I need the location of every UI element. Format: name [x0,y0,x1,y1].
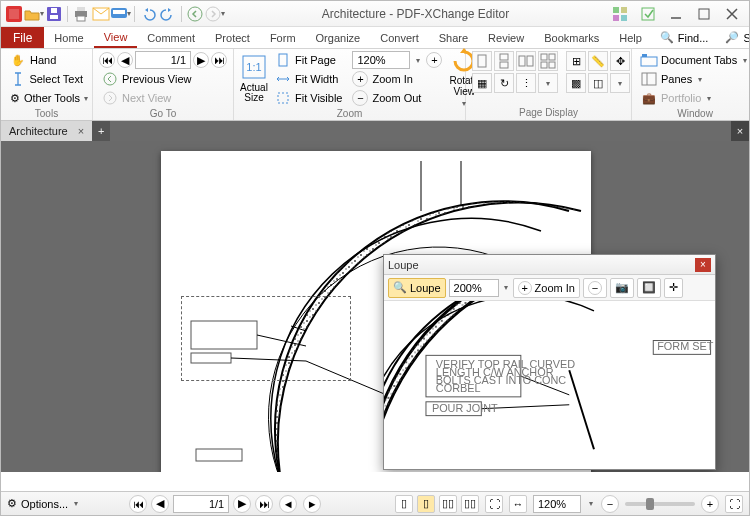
search-button[interactable]: 🔎Search... [717,27,750,49]
email-icon[interactable] [92,5,110,23]
scan-icon[interactable]: ▾ [112,5,130,23]
snap-icon[interactable]: ✥ [610,51,630,71]
close-all-tabs-button[interactable]: × [731,121,749,141]
nav-fwd-icon[interactable]: ▾ [206,5,224,23]
page-input[interactable] [135,51,191,69]
grid-icon[interactable]: ▩ [566,73,586,93]
status-zoom-input[interactable] [533,495,581,513]
status-nav-fwd[interactable]: ► [303,495,321,513]
sb-layout-3[interactable]: ▯▯ [439,495,457,513]
loupe-region-button[interactable]: 🔲 [637,278,661,298]
thumbnails-icon[interactable]: ▦ [472,73,492,93]
document-canvas[interactable]: Loupe × 🔍Loupe ▾ +Zoom In − 📷 🔲 ✛ [1,141,749,472]
loupe-zoom-in-button[interactable]: +Zoom In [513,278,580,298]
loupe-tool-button[interactable]: 🔍Loupe [388,278,446,298]
tab-view[interactable]: View [94,27,138,48]
loupe-window[interactable]: Loupe × 🔍Loupe ▾ +Zoom In − 📷 🔲 ✛ [383,254,716,470]
tab-protect[interactable]: Protect [205,27,260,48]
loupe-selection-rect[interactable] [181,296,351,381]
loupe-zoom-dd[interactable]: ▾ [502,283,510,292]
transparency-icon[interactable]: ◫ [588,73,608,93]
open-icon[interactable]: ▾ [25,5,43,23]
zoom-slider[interactable] [625,502,695,506]
zoom-plus-icon[interactable]: + [426,52,442,68]
hand-tool[interactable]: ✋Hand [7,51,86,69]
portfolio-button[interactable]: 💼Portfolio▾ [638,89,750,107]
find-button[interactable]: 🔍Find... [652,27,716,49]
close-icon[interactable] [719,4,745,24]
status-zoom-in[interactable]: + [701,495,719,513]
document-tab[interactable]: Architecture× [1,121,92,141]
status-zoom-out[interactable]: − [601,495,619,513]
layout-cont-facing-icon[interactable] [538,51,558,71]
add-tab-button[interactable]: + [92,121,110,141]
nav-back-icon[interactable] [186,5,204,23]
tab-organize[interactable]: Organize [306,27,371,48]
document-tabs-button[interactable]: Document Tabs▾ [638,51,750,69]
tab-form[interactable]: Form [260,27,306,48]
page-dd-icon[interactable]: ▾ [538,73,558,93]
zoom-combo[interactable]: ▾+ [349,51,445,69]
zoom-out-button[interactable]: −Zoom Out [349,89,445,107]
sb-fit-width[interactable]: ↔ [509,495,527,513]
next-page-button[interactable]: ▶ [193,52,209,68]
status-next-page[interactable]: ▶ [233,495,251,513]
file-tab[interactable]: File [1,27,44,48]
redo-icon[interactable] [159,5,177,23]
prev-view-button[interactable]: Previous View [99,70,227,88]
other-tools[interactable]: ⚙Other Tools▾ [7,89,86,107]
sb-layout-4[interactable]: ▯▯ [461,495,479,513]
rotate-cw-icon[interactable]: ↻ [494,73,514,93]
status-first-page[interactable]: ⏮ [129,495,147,513]
sb-layout-1[interactable]: ▯ [395,495,413,513]
tab-share[interactable]: Share [429,27,478,48]
zoom-in-button[interactable]: +Zoom In [349,70,445,88]
fit-visible-button[interactable]: Fit Visible [272,89,345,107]
last-page-button[interactable]: ⏭ [211,52,227,68]
panes-button[interactable]: Panes▾ [638,70,750,88]
guides-icon[interactable]: ⊞ [566,51,586,71]
layout-single-icon[interactable] [472,51,492,71]
status-zoom-dd[interactable]: ▾ [587,499,595,508]
select-text-tool[interactable]: Select Text [7,70,86,88]
loupe-titlebar[interactable]: Loupe × [384,255,715,275]
tab-close-icon[interactable]: × [78,125,84,137]
next-view-button[interactable]: Next View [99,89,227,107]
print-icon[interactable] [72,5,90,23]
loupe-zoom-input[interactable] [449,279,499,297]
loupe-zoom-out-button[interactable]: − [583,278,607,298]
tab-comment[interactable]: Comment [137,27,205,48]
save-icon[interactable] [45,5,63,23]
loupe-crosshair-button[interactable]: ✛ [664,278,683,298]
zoom-slider-thumb[interactable] [646,498,654,510]
loupe-close-button[interactable]: × [695,258,711,272]
tab-home[interactable]: Home [44,27,93,48]
tab-convert[interactable]: Convert [370,27,429,48]
prev-page-button[interactable]: ◀ [117,52,133,68]
rulers-icon[interactable]: 📏 [588,51,608,71]
show-dd-icon[interactable]: ▾ [610,73,630,93]
gaps-icon[interactable]: ⋮ [516,73,536,93]
fullscreen-button[interactable]: ⛶ [725,495,743,513]
zoom-input[interactable] [352,51,410,69]
tab-bookmarks[interactable]: Bookmarks [534,27,609,48]
sb-layout-2[interactable]: ▯ [417,495,435,513]
status-last-page[interactable]: ⏭ [255,495,273,513]
status-page-input[interactable] [173,495,229,513]
tab-review[interactable]: Review [478,27,534,48]
status-prev-page[interactable]: ◀ [151,495,169,513]
first-page-button[interactable]: ⏮ [99,52,115,68]
minimize-icon[interactable] [663,4,689,24]
layout-facing-icon[interactable] [516,51,536,71]
status-nav-back[interactable]: ◄ [279,495,297,513]
loupe-snapshot-button[interactable]: 📷 [610,278,634,298]
launch-icon[interactable] [635,4,661,24]
options-button[interactable]: ⚙Options...▾ [7,497,80,510]
actual-size-button[interactable]: 1:1 Actual Size [240,51,268,105]
maximize-icon[interactable] [691,4,717,24]
layout-continuous-icon[interactable] [494,51,514,71]
undo-icon[interactable] [139,5,157,23]
fit-width-button[interactable]: Fit Width [272,70,345,88]
ui-config-icon[interactable] [607,4,633,24]
tab-help[interactable]: Help [609,27,652,48]
